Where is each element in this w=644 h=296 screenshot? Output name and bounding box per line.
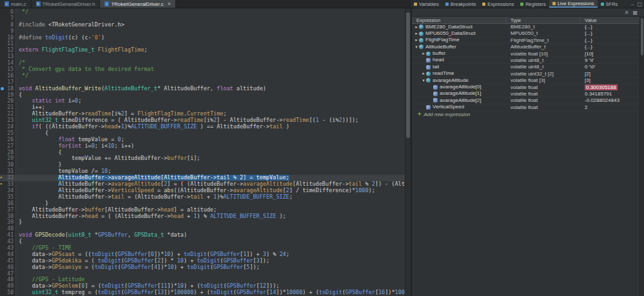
column-header-type[interactable]: Type [506,17,580,23]
expression-row[interactable]: avarageAltitude[2]volatile float-0.02880… [412,97,644,104]
code-line[interactable]: 11 [0,41,405,47]
line-number[interactable]: 47 [5,271,16,277]
line-number[interactable]: 42 [5,239,16,245]
add-expression-row[interactable]: + Add new expression [412,111,644,117]
line-number[interactable]: 15 [5,66,16,73]
line-number[interactable]: 28 [5,150,16,156]
code-line[interactable]: 12extern FlightFlagTime_t FlightFlagTime… [0,47,405,54]
expression-row[interactable]: avarageAltitude[0]volatile float0.300305… [412,84,644,91]
chevron-collapsed-icon[interactable]: ▸ [414,24,419,30]
line-number[interactable]: 34 [5,188,16,194]
code-line[interactable]: 37 AltitudeBuffer->buffer[AltitudeBuffer… [0,207,405,213]
code-line[interactable]: 13 [0,54,405,60]
line-number[interactable]: 41 [5,232,16,239]
code-line[interactable]: 29 tempValue += AltitudeBuffer->buffer[i… [0,155,405,162]
code-line[interactable]: 41void GPSDecode(uint8_t *GPSBuffer, GPS… [0,232,405,239]
line-number[interactable]: 48 [5,277,16,283]
line-number[interactable]: 33 [5,181,16,188]
line-number[interactable]: 29 [5,155,16,162]
chevron-expanded-icon[interactable]: ▾ [421,77,426,83]
code-line[interactable]: 50 uint32_t tempreg = (toDigit(GPSBuffer… [0,290,405,296]
code-area[interactable]: 6 */78#include <TRoketGeneralDriver.h>91… [0,8,405,296]
editor-vertical-scrollbar[interactable] [405,8,411,296]
expression-row[interactable]: ▾AltitudeBufferAltitudeBuffer_t{...} [412,44,644,50]
line-number[interactable]: 43 [5,245,16,252]
line-number[interactable]: 35 [5,194,16,201]
expression-row[interactable]: tailvolatile uint8_t0 '\0' [412,64,644,70]
expression-row[interactable]: avarageAltitude[1]volatile float0.341857… [412,91,644,97]
line-number[interactable]: 13 [5,54,16,60]
code-line[interactable]: 16 */ [0,73,405,79]
chevron-collapsed-icon[interactable]: ▸ [414,30,419,36]
code-line[interactable]: 21 i++; [0,104,405,111]
editor-scrollbar-thumb[interactable] [406,12,410,138]
line-number[interactable]: 26 [5,137,16,143]
code-line[interactable]: 31 tempValue /= 10; [0,168,405,175]
code-line[interactable]: 17 [0,79,405,86]
code-line[interactable]: 35 AltitudeBuffer->tail = (AltitudeBuffe… [0,194,405,201]
chevron-collapsed-icon[interactable]: ▸ [421,71,426,77]
editor-tab[interactable]: hTRoketGeneralDriver.h [32,0,101,8]
line-number[interactable]: 20 [5,98,16,104]
column-header-value[interactable]: Value [580,17,644,23]
line-number[interactable]: 18 [5,86,16,92]
panel-vertical-scrollbar[interactable] [639,17,644,296]
line-number[interactable]: 9 [5,28,16,35]
code-line[interactable]: 15 * Convert gps data to the desired for… [0,66,405,73]
code-line[interactable]: 26 float tempValue = 0; [0,137,405,143]
line-number[interactable]: 30 [5,162,16,168]
line-number[interactable]: 10 [5,35,16,41]
chevron-collapsed-icon[interactable]: ▸ [421,51,426,57]
code-line[interactable]: 49 data->GPSenlem[0] = (toDigit(GPSBuffe… [0,283,405,290]
code-line[interactable]: 44 data->GPSsaat = ((toDigit(GPSBuffer[0… [0,252,405,258]
expression-row[interactable]: ▾avarageAltitudevolatile float [3][3] [412,77,644,84]
code-line[interactable]: 9 [0,28,405,35]
view-tab-expressions[interactable]: Expressions [479,0,517,8]
line-number[interactable]: 46 [5,264,16,271]
chevron-expanded-icon[interactable]: ▾ [414,44,419,50]
line-number[interactable]: 24 [5,124,16,130]
expression-row[interactable]: ▸BME280_DataStructBME280_t{...} [412,24,644,30]
code-line[interactable]: 40 [0,226,405,232]
code-line[interactable]: 42{ [0,239,405,245]
line-number[interactable]: 27 [5,143,16,150]
expression-row[interactable]: ▸buffervolatile float [10][10] [412,51,644,57]
code-line[interactable]: 28 { [0,150,405,156]
code-line[interactable]: 34 AltitudeBuffer->VerticalSpeed = abs((… [0,188,405,194]
code-line[interactable]: 19{ [0,92,405,99]
code-line[interactable]: 27 for(int i=0; i<10; i++) [0,143,405,150]
view-tab-variables[interactable]: Variables [411,0,442,8]
line-number[interactable]: 12 [5,47,16,54]
line-number[interactable]: 17 [5,79,16,86]
maximize-icon[interactable]: ▢ [637,1,642,7]
column-header-expression[interactable]: Expression [412,17,506,23]
code-line[interactable]: 38 AltitudeBuffer->head = ( (AltitudeBuf… [0,213,405,220]
line-number[interactable]: 6 [5,9,16,15]
code-line[interactable]: 47 [0,271,405,277]
code-line[interactable]: 30 } [0,162,405,168]
code-line[interactable]: ▸32 AltitudeBuffer->avarageAltitude[Alti… [0,175,405,181]
line-number[interactable]: 31 [5,168,16,175]
line-number[interactable]: 19 [5,92,16,99]
code-line[interactable]: 39} [0,219,405,226]
expression-row[interactable]: ▸readTimevolatile uint32_t [2][2] [412,71,644,77]
view-tab-breakpoints[interactable]: Breakpoints [442,0,480,8]
line-number[interactable]: 40 [5,226,16,232]
line-number[interactable]: 38 [5,213,16,220]
view-tab-registers[interactable]: Registers [517,0,549,8]
code-line[interactable]: 43 //GPS - TIME [0,245,405,252]
code-line[interactable]: 36 } [0,201,405,207]
line-number[interactable]: 7 [5,15,16,22]
code-line[interactable]: 18void AltitudeBuffer_Write(AltitudeBuff… [0,86,405,92]
line-number[interactable]: 32 [5,175,16,181]
expression-row[interactable]: VerticalSpeedvolatile float2 [412,104,644,111]
line-number[interactable]: 14 [5,60,16,66]
line-number[interactable]: 37 [5,207,16,213]
code-line[interactable]: 48 //GPS - Latitude [0,277,405,283]
editor-tab[interactable]: cmain.c [0,0,32,8]
code-line[interactable]: 23 uint32_t timeDifference = ( AltitudeB… [0,117,405,124]
line-number[interactable]: 36 [5,201,16,207]
code-line[interactable]: 8#include <TRoketGeneralDriver.h> [0,22,405,28]
tab-close-icon[interactable]: × [168,1,171,7]
editor-tab[interactable]: cTRoketGeneralDriver.c× [100,0,176,8]
